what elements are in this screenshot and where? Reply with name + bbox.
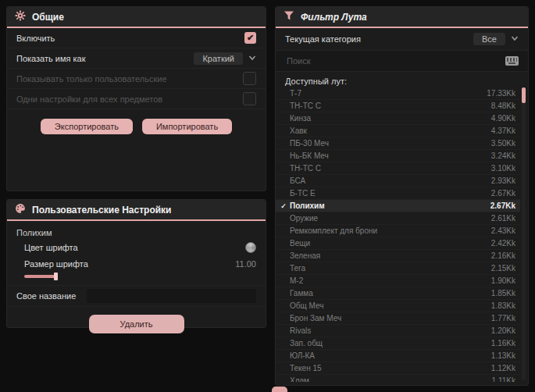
loot-row[interactable]: ✓ М-2 1.90Kk xyxy=(276,275,520,287)
name-mode-select[interactable]: Краткий xyxy=(194,52,256,65)
category-label: Текущая категория xyxy=(285,34,361,44)
loot-filter-title: Фильтр Лута xyxy=(301,12,367,23)
loot-row[interactable]: ✓ ТН-ТС С 8.48Kk xyxy=(276,100,520,112)
loot-row[interactable]: ✓ Зап. общ 1.16Kk xyxy=(276,337,520,350)
custom-settings-panel: Пользовательские Настройки Полихим Цвет … xyxy=(6,199,266,328)
general-panel-title: Общие xyxy=(32,12,64,23)
font-size-slider[interactable] xyxy=(24,273,70,280)
loot-row[interactable]: ✓ ТН-ТС С 3.10Kk xyxy=(276,162,520,175)
keyboard-icon[interactable] xyxy=(505,56,519,66)
import-button[interactable]: Импортировать xyxy=(142,119,232,134)
scrollbar-thumb[interactable] xyxy=(522,87,526,103)
selected-item-label: Полихим xyxy=(7,221,266,239)
category-select[interactable]: Все xyxy=(473,33,519,45)
name-mode-value[interactable]: Краткий xyxy=(194,52,243,65)
slider-handle[interactable] xyxy=(54,273,58,280)
export-button[interactable]: Экспортировать xyxy=(41,119,133,134)
same-settings-label: Одни настройки для всех предметов xyxy=(16,94,162,104)
loot-item-name: ТН-ТС С xyxy=(288,164,491,173)
delete-row: Удалить xyxy=(7,307,266,333)
general-panel: Общие Включить ✔ Показать имя как Кратки… xyxy=(6,6,266,191)
loot-row[interactable]: ✓ Общ Меч 1.83Kk xyxy=(276,300,520,312)
loot-row[interactable]: ✓ Оружие 2.61Kk xyxy=(276,212,520,225)
loot-item-value: 2.93Kk xyxy=(491,176,515,185)
delete-button[interactable]: Удалить xyxy=(89,315,184,333)
loot-item-value: 3.10Kk xyxy=(491,164,515,173)
color-wheel-icon[interactable] xyxy=(245,242,256,253)
available-loot-label: Доступный лут: xyxy=(276,72,528,89)
loot-row[interactable]: ✓ Кинза 4.90Kk xyxy=(276,112,520,125)
loot-row[interactable]: ✓ Rivals 1.20Kk xyxy=(276,325,520,337)
loot-row[interactable]: ✓ Тега 2.15Kk xyxy=(276,262,520,275)
loot-item-name: Полихим xyxy=(288,201,490,210)
loot-row[interactable]: ✓ Брон Зам Меч 1.77Kk xyxy=(276,312,520,325)
loot-row[interactable]: ✓ Вещи 2.42Kk xyxy=(276,237,520,250)
loot-row[interactable]: ✓ Хавк 4.37Kk xyxy=(276,125,520,137)
only-custom-row: Показывать только пользовательские xyxy=(7,69,266,89)
font-size-value: 11.00 xyxy=(235,259,256,269)
loot-row[interactable]: ✓ Зеленая 2.16Kk xyxy=(276,250,520,262)
loot-row[interactable]: ✓ Нь-БК Меч 3.24Kk xyxy=(276,150,520,162)
loot-item-value: 2.61Kk xyxy=(491,214,515,223)
loot-list-scrollbar[interactable] xyxy=(522,87,526,380)
loot-item-name: Брон Зам Меч xyxy=(288,314,491,323)
loot-item-name: Ремкомплект для брони xyxy=(288,226,491,235)
chevron-down-icon xyxy=(248,54,256,63)
loot-item-name: Rivals xyxy=(288,326,491,335)
loot-item-value: 2.42Kk xyxy=(491,239,515,248)
loot-item-name: Зап. общ xyxy=(288,339,491,347)
loot-item-name: Вещи xyxy=(288,239,491,248)
enable-label: Включить xyxy=(16,34,55,43)
loot-item-value: 1.85Kk xyxy=(491,289,515,298)
loot-item-name: Хавк xyxy=(288,127,491,135)
loot-item-value: 3.24Kk xyxy=(491,151,515,160)
loot-row[interactable]: ✓ Т-7 17.33Kk xyxy=(276,87,520,100)
loot-row[interactable]: ✓ Текен 15 1.12Kk xyxy=(276,362,520,375)
custom-name-input[interactable] xyxy=(87,289,256,303)
gear-icon xyxy=(15,10,26,24)
general-panel-header: Общие xyxy=(7,7,266,28)
loot-item-name: Хлам xyxy=(288,376,492,382)
font-color-row[interactable]: Цвет шрифта xyxy=(7,239,266,256)
loot-item-name: Общ Меч xyxy=(288,301,491,310)
loot-item-value: 2.67Kk xyxy=(490,201,515,210)
loot-list: ✓ Т-7 17.33Kk ✓ ТН-ТС С 8.48Kk ✓ Кинза 4… xyxy=(276,87,520,382)
font-color-label: Цвет шрифта xyxy=(24,243,78,252)
loot-row[interactable]: ✓ ПБ-30 Меч 3.50Kk xyxy=(276,137,520,150)
loot-row[interactable]: ✓ БСА 2.93Kk xyxy=(276,175,520,187)
only-custom-checkbox[interactable] xyxy=(243,72,256,85)
loot-item-value: 17.33Kk xyxy=(487,89,515,98)
same-settings-checkbox[interactable] xyxy=(243,92,256,105)
selected-check-icon: ✓ xyxy=(279,202,288,210)
loot-row[interactable]: ✓ Б-ТС Е 2.67Kk xyxy=(276,187,520,200)
font-size-row: Размер шрифта 11.00 xyxy=(7,256,266,272)
loot-item-name: ЮЛ-КА xyxy=(288,351,491,360)
enable-checkbox[interactable]: ✔ xyxy=(244,32,256,44)
loot-row[interactable]: ✓ Ремкомплект для брони 2.43Kk xyxy=(276,225,520,237)
custom-settings-title: Пользовательские Настройки xyxy=(32,205,171,216)
loot-filter-panel: Фильтр Лута Текущая категория Все Доступ… xyxy=(275,6,529,386)
loot-item-name: ПБ-30 Меч xyxy=(288,139,491,148)
palette-icon xyxy=(15,203,26,217)
loot-row[interactable]: ✓ Гамма 1.85Kk xyxy=(276,287,520,300)
chevron-down-icon xyxy=(511,34,519,44)
loot-row[interactable]: ✓ Полихим 2.67Kk xyxy=(276,200,520,212)
loot-item-value: 1.13Kk xyxy=(491,351,515,360)
loot-item-value: 2.16Kk xyxy=(491,251,515,260)
category-row: Текущая категория Все xyxy=(276,28,528,51)
custom-name-label: Свое название xyxy=(16,291,76,301)
loot-item-name: ТН-ТС С xyxy=(288,102,491,110)
loot-item-value: 1.90Kk xyxy=(491,276,515,285)
enable-row: Включить ✔ xyxy=(7,28,266,48)
custom-settings-header: Пользовательские Настройки xyxy=(7,200,266,221)
loot-item-name: Нь-БК Меч xyxy=(288,151,491,160)
search-input[interactable] xyxy=(285,55,505,66)
loot-row[interactable]: ✓ ЮЛ-КА 1.13Kk xyxy=(276,350,520,362)
loot-item-value: 1.77Kk xyxy=(491,314,515,323)
loot-row[interactable]: ✓ Хлам 1.11Kk xyxy=(276,375,520,382)
category-value[interactable]: Все xyxy=(473,33,505,45)
font-size-label: Размер шрифта xyxy=(24,259,88,269)
loot-item-name: Тега xyxy=(288,264,491,273)
loot-item-value: 2.43Kk xyxy=(491,226,515,235)
name-mode-row: Показать имя как Краткий xyxy=(7,48,266,69)
